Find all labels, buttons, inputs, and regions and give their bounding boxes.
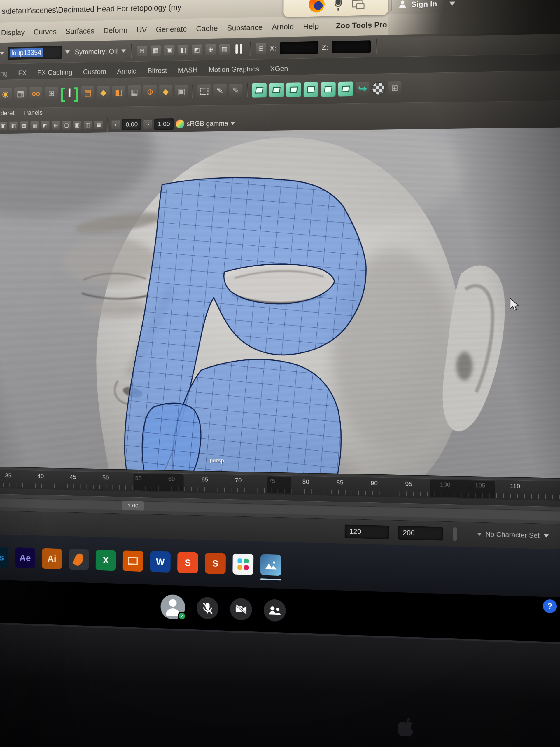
presentation-app-icon[interactable] xyxy=(123,550,143,572)
bookmark-icon[interactable]: ▦ xyxy=(30,121,39,130)
menu-substance[interactable]: Substance xyxy=(227,23,263,32)
pen-box-icon[interactable]: ✎ xyxy=(229,84,243,98)
snap-plane-icon[interactable]: ◧ xyxy=(178,45,188,55)
tab-bifrost[interactable]: Bifrost xyxy=(148,67,167,75)
chevron-down-icon[interactable] xyxy=(121,49,126,53)
substance-designer-icon[interactable]: S xyxy=(205,553,226,574)
substance-painter-icon[interactable]: S xyxy=(177,552,198,573)
checker-sphere-icon[interactable] xyxy=(372,82,385,95)
view-grid-icon[interactable]: ⊞ xyxy=(52,121,60,130)
green-cube-icon[interactable] xyxy=(252,83,267,98)
bracket-close-icon[interactable]: ] xyxy=(74,86,79,100)
participants-button[interactable] xyxy=(264,599,286,622)
transform-grid-icon[interactable]: ⊞ xyxy=(256,43,266,54)
layout-grid-icon[interactable]: ▦ xyxy=(14,87,27,100)
zbrush-icon[interactable] xyxy=(69,549,89,570)
pause-icon[interactable] xyxy=(235,44,242,53)
after-effects-icon[interactable]: Ae xyxy=(15,547,35,568)
gamma-icon[interactable]: ◑ xyxy=(143,120,152,129)
word-icon[interactable]: W xyxy=(150,551,170,572)
photos-icon[interactable] xyxy=(261,554,282,576)
menu-zoo-tools-pro[interactable]: Zoo Tools Pro xyxy=(336,20,387,30)
green-torus-icon[interactable] xyxy=(338,81,353,96)
chevron-down-icon[interactable] xyxy=(231,122,235,125)
help-button[interactable]: ? xyxy=(543,599,557,613)
wire-sphere-icon[interactable]: ⊕ xyxy=(143,85,157,98)
diamond-icon[interactable]: ◆ xyxy=(159,85,172,98)
snap-curve-icon[interactable]: ▦ xyxy=(151,45,161,56)
menu-display[interactable]: Display xyxy=(1,28,25,37)
tab-motion-graphics[interactable]: Motion Graphics xyxy=(209,65,259,74)
illustrator-icon[interactable]: Ai xyxy=(42,548,62,569)
snap-grid-icon[interactable]: ⊞ xyxy=(137,46,147,56)
viewport[interactable]: persp xyxy=(0,127,560,479)
render-globe-icon[interactable]: ◉ xyxy=(0,87,12,101)
photoshop-icon[interactable]: Ps xyxy=(0,546,8,568)
green-prism-icon[interactable] xyxy=(269,83,284,98)
camera-off-button[interactable] xyxy=(230,598,252,621)
menu-cache[interactable]: Cache xyxy=(196,24,218,33)
poly-stack-icon[interactable]: ▤ xyxy=(81,86,95,100)
scroll-handle[interactable] xyxy=(453,527,457,541)
image-plane-icon[interactable]: ◩ xyxy=(41,121,50,130)
grid-icon[interactable]: ⊞ xyxy=(45,87,58,100)
screen-share-icon[interactable] xyxy=(352,0,363,7)
menu-deform[interactable]: Deform xyxy=(103,26,128,35)
extra-grid-icon[interactable]: ⊞ xyxy=(388,81,401,95)
exposure-field[interactable]: 0.00 xyxy=(122,119,141,130)
microphone-icon[interactable] xyxy=(335,0,342,10)
playback-start-field[interactable]: 120 xyxy=(345,525,390,539)
ibeam-icon[interactable]: I xyxy=(68,86,71,100)
panel-menu-fragment[interactable]: deret xyxy=(1,109,15,117)
tab-arnold[interactable]: Arnold xyxy=(117,67,137,76)
curve-arrow-icon[interactable]: ↪ xyxy=(356,82,370,96)
tab-fx-caching[interactable]: FX Caching xyxy=(37,68,72,77)
snap-point-icon[interactable]: ▣ xyxy=(164,45,175,55)
magnet-icon[interactable]: ◩ xyxy=(192,44,202,55)
retopology-mesh[interactable] xyxy=(125,177,367,479)
sign-in-button[interactable]: Sign In xyxy=(392,0,455,11)
history-icon[interactable]: ⊕ xyxy=(205,44,216,55)
avatar[interactable]: ✓ xyxy=(160,594,185,620)
exposure-icon[interactable]: ◐ xyxy=(111,120,120,129)
slack-icon[interactable] xyxy=(233,553,254,575)
gate-mask-icon[interactable]: ◫ xyxy=(84,121,92,129)
bracket-open-icon[interactable]: [ xyxy=(60,86,65,100)
symmetry-toggle[interactable]: Symmetry: Off xyxy=(75,47,118,56)
green-plane-icon[interactable] xyxy=(287,82,301,97)
menu-generate[interactable]: Generate xyxy=(156,24,187,34)
range-start-handle[interactable]: 1 00 xyxy=(122,501,144,510)
uv-diamonds-icon[interactable]: ◆ xyxy=(97,86,110,99)
firefox-icon[interactable] xyxy=(309,0,325,12)
green-cylinder-icon[interactable] xyxy=(303,82,319,97)
x-input[interactable] xyxy=(280,41,319,54)
tab-xgen[interactable]: XGen xyxy=(270,65,288,73)
menu-uv[interactable]: UV xyxy=(136,25,147,34)
tab-rendering[interactable]: ng xyxy=(0,69,8,77)
menu-arnold[interactable]: Arnold xyxy=(272,22,294,32)
view-transform-select[interactable]: sRGB gamma xyxy=(187,119,229,128)
name-input[interactable]: loup13354 xyxy=(7,46,62,59)
mini-grid-icon[interactable]: ▣ xyxy=(175,85,188,98)
tab-fx[interactable]: FX xyxy=(18,69,27,77)
character-set-select[interactable]: No Character Set xyxy=(477,530,540,540)
field-chart-icon[interactable]: ▦ xyxy=(94,121,103,129)
resolution-gate-icon[interactable]: ▣ xyxy=(73,121,81,130)
green-sphere-icon[interactable] xyxy=(321,82,336,97)
menu-surfaces[interactable]: Surfaces xyxy=(65,26,95,36)
z-input[interactable] xyxy=(331,40,371,53)
lock-camera-icon[interactable]: ◧ xyxy=(9,122,18,130)
film-gate-icon[interactable]: ▢ xyxy=(62,121,71,130)
gamma-field[interactable]: 1.00 xyxy=(154,119,174,130)
mic-muted-button[interactable] xyxy=(196,597,218,619)
camera-attrs-icon[interactable]: ⊞ xyxy=(20,121,28,130)
playback-end-field[interactable]: 200 xyxy=(398,526,443,541)
poly-cube-icon[interactable]: ◧ xyxy=(112,85,126,99)
joints-icon[interactable]: oo xyxy=(29,87,42,100)
select-camera-icon[interactable]: ▣ xyxy=(0,122,7,130)
panel-menu-panels[interactable]: Panels xyxy=(24,109,43,117)
chevron-down-icon[interactable] xyxy=(544,534,549,538)
chevron-down-icon[interactable] xyxy=(449,1,455,5)
tab-custom[interactable]: Custom xyxy=(83,68,106,76)
grid-dot-icon[interactable]: ▦ xyxy=(128,85,141,99)
